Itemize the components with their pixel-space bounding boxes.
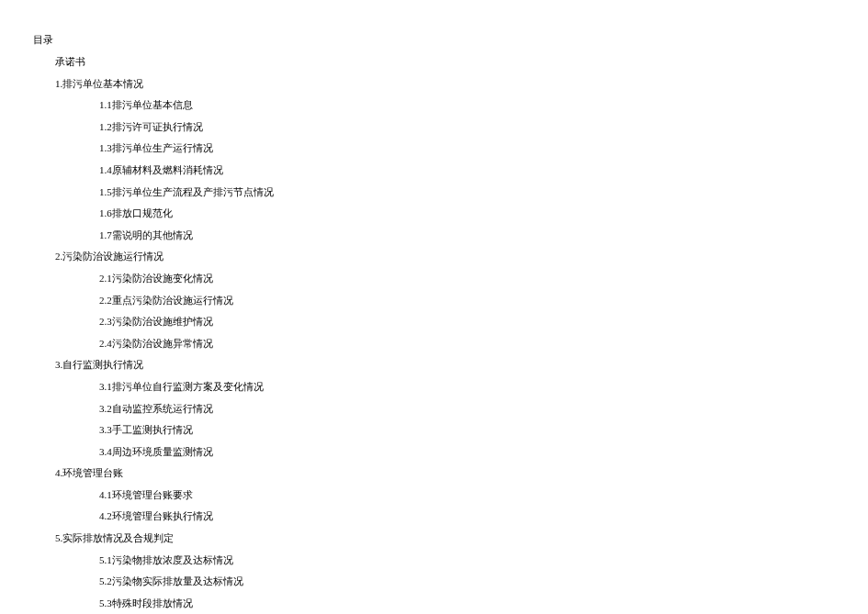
toc-entry: 2.4污染防治设施异常情况 — [33, 336, 868, 352]
toc-link[interactable]: 1.1排污单位基本信息 — [99, 99, 193, 110]
toc-entry: 1.4原辅材料及燃料消耗情况 — [33, 162, 868, 179]
toc-link[interactable]: 1.4原辅材料及燃料消耗情况 — [99, 164, 223, 175]
toc-container: 承诺书1.排污单位基本情况1.1排污单位基本信息1.2排污许可证执行情况1.3排… — [33, 54, 868, 614]
toc-link[interactable]: 4.2环境管理台账执行情况 — [99, 510, 213, 521]
toc-entry: 4.2环境管理台账执行情况 — [33, 508, 868, 525]
toc-link[interactable]: 1.6排放口规范化 — [99, 207, 173, 218]
toc-link[interactable]: 2.3污染防治设施维护情况 — [99, 316, 213, 327]
toc-entry: 5.1污染物排放浓度及达标情况 — [33, 553, 868, 569]
toc-link[interactable]: 1.3排污单位生产运行情况 — [99, 142, 213, 153]
toc-entry: 承诺书 — [33, 54, 868, 71]
toc-link[interactable]: 2.污染防治设施运行情况 — [55, 251, 163, 262]
toc-entry: 5.实际排放情况及合规判定 — [33, 530, 868, 547]
toc-link[interactable]: 5.2污染物实际排放量及达标情况 — [99, 575, 243, 586]
toc-link[interactable]: 5.实际排放情况及合规判定 — [55, 532, 174, 543]
toc-entry: 3.2自动监控系统运行情况 — [33, 401, 868, 418]
toc-entry: 3.1排污单位自行监测方案及变化情况 — [33, 379, 868, 396]
toc-link[interactable]: 5.3特殊时段排放情况 — [99, 597, 193, 608]
toc-entry: 1.5排污单位生产流程及产排污节点情况 — [33, 184, 868, 201]
toc-entry: 1.2排污许可证执行情况 — [33, 119, 868, 136]
toc-entry: 4.1环境管理台账要求 — [33, 487, 868, 504]
toc-entry: 2.3污染防治设施维护情况 — [33, 314, 868, 330]
toc-link[interactable]: 3.3手工监测执行情况 — [99, 424, 193, 435]
toc-link[interactable]: 4.1环境管理台账要求 — [99, 489, 193, 500]
toc-title-text: 目录 — [33, 34, 53, 45]
toc-entry: 2.2重点污染防治设施运行情况 — [33, 293, 868, 309]
toc-link[interactable]: 3.4周边环境质量监测情况 — [99, 446, 213, 457]
toc-entry: 1.6排放口规范化 — [33, 206, 868, 222]
toc-link[interactable]: 2.1污染防治设施变化情况 — [99, 273, 213, 284]
toc-entry: 5.3特殊时段排放情况 — [33, 596, 868, 612]
toc-link[interactable]: 2.2重点污染防治设施运行情况 — [99, 295, 233, 306]
toc-link[interactable]: 1.2排污许可证执行情况 — [99, 121, 203, 132]
toc-title: 目录 — [33, 33, 868, 47]
toc-entry: 5.2污染物实际排放量及达标情况 — [33, 574, 868, 590]
toc-entry: 3.3手工监测执行情况 — [33, 422, 868, 439]
toc-link[interactable]: 3.1排污单位自行监测方案及变化情况 — [99, 381, 264, 392]
toc-link[interactable]: 1.排污单位基本情况 — [55, 78, 143, 89]
toc-link[interactable]: 1.5排污单位生产流程及产排污节点情况 — [99, 186, 274, 197]
toc-entry: 1.7需说明的其他情况 — [33, 228, 868, 244]
toc-link[interactable]: 3.自行监测执行情况 — [55, 359, 143, 370]
toc-link[interactable]: 3.2自动监控系统运行情况 — [99, 403, 213, 414]
toc-link[interactable]: 2.4污染防治设施异常情况 — [99, 338, 213, 349]
toc-entry: 3.4周边环境质量监测情况 — [33, 444, 868, 461]
toc-link[interactable]: 5.1污染物排放浓度及达标情况 — [99, 554, 233, 565]
toc-entry: 1.排污单位基本情况 — [33, 76, 868, 93]
toc-entry: 1.1排污单位基本信息 — [33, 97, 868, 114]
toc-entry: 4.环境管理台账 — [33, 465, 868, 482]
toc-entry: 1.3排污单位生产运行情况 — [33, 140, 868, 157]
toc-entry: 2.1污染防治设施变化情况 — [33, 271, 868, 287]
toc-entry: 3.自行监测执行情况 — [33, 357, 868, 374]
toc-entry: 2.污染防治设施运行情况 — [33, 249, 868, 265]
toc-link[interactable]: 4.环境管理台账 — [55, 467, 123, 478]
toc-link[interactable]: 1.7需说明的其他情况 — [99, 229, 193, 240]
toc-link[interactable]: 承诺书 — [55, 56, 85, 67]
